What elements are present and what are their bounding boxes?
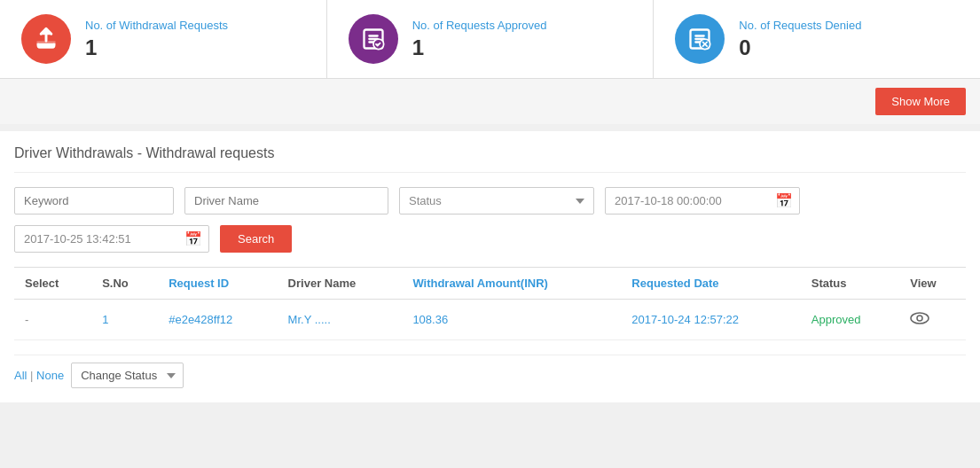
main-panel: Driver Withdrawals - Withdrawal requests…: [0, 131, 980, 402]
col-status: Status: [801, 268, 899, 300]
cell-driver-name: Mr.Y .....: [278, 300, 403, 340]
stat-withdrawal: No. of Withdrawal Requests 1: [0, 0, 327, 78]
all-none-links: All | None: [14, 369, 64, 382]
cell-request-id: #e2e428ff12: [158, 300, 277, 340]
all-link[interactable]: All: [14, 369, 27, 382]
cell-sno: 1: [91, 300, 158, 340]
withdrawal-icon: [21, 14, 71, 64]
date-from-input[interactable]: [605, 187, 800, 214]
date-to-input[interactable]: [14, 225, 209, 253]
bottom-bar: All | None Change Status Approved Denied: [14, 355, 966, 388]
show-more-bar: Show More: [0, 79, 980, 124]
panel-title: Driver Withdrawals - Withdrawal requests: [14, 145, 966, 173]
svg-point-14: [911, 313, 929, 324]
cell-view[interactable]: [899, 300, 966, 340]
cell-status: Approved: [801, 300, 899, 340]
stat-denied: No. of Requests Denied 0: [654, 0, 980, 78]
stat-denied-label: No. of Requests Denied: [739, 19, 861, 32]
stat-approved: No. of Requests Approved 1: [327, 0, 655, 78]
cell-select: -: [14, 300, 91, 340]
col-amount: Withdrawal Amount(INR): [402, 268, 621, 300]
stat-approved-value: 1: [412, 35, 547, 60]
col-driver-name: Driver Name: [278, 268, 403, 300]
none-link[interactable]: None: [36, 369, 64, 382]
stat-approved-label: No. of Requests Approved: [412, 19, 547, 32]
approved-icon: [349, 14, 398, 64]
view-icon[interactable]: [910, 310, 929, 328]
status-select[interactable]: Status Approved Denied Pending: [399, 187, 594, 214]
keyword-input[interactable]: [14, 187, 174, 214]
cell-amount: 108.36: [402, 300, 621, 340]
col-requested-date: Requested Date: [621, 268, 800, 300]
requests-table: Select S.No Request ID Driver Name Withd…: [14, 267, 966, 340]
col-select: Select: [14, 268, 91, 300]
filter-row-1: Status Approved Denied Pending 📅: [14, 187, 966, 214]
show-more-button[interactable]: Show More: [875, 88, 966, 115]
col-request-id: Request ID: [158, 268, 277, 300]
stat-denied-value: 0: [739, 35, 861, 60]
stat-approved-text: No. of Requests Approved 1: [412, 19, 547, 60]
denied-icon: [675, 14, 725, 64]
stat-withdrawal-text: No. of Withdrawal Requests 1: [85, 19, 228, 60]
stat-withdrawal-label: No. of Withdrawal Requests: [85, 19, 228, 32]
table-row: - 1 #e2e428ff12 Mr.Y ..... 108.36 2017-1…: [14, 300, 966, 340]
stat-denied-text: No. of Requests Denied 0: [739, 19, 861, 60]
date-from-wrapper: 📅: [605, 187, 800, 214]
search-button[interactable]: Search: [220, 225, 292, 253]
col-view: View: [899, 268, 966, 300]
stats-bar: No. of Withdrawal Requests 1 No. of Requ…: [0, 0, 980, 79]
svg-point-15: [917, 316, 922, 321]
svg-rect-1: [38, 45, 55, 49]
col-sno: S.No: [91, 268, 158, 300]
change-status-select[interactable]: Change Status Approved Denied: [71, 363, 184, 388]
cell-requested-date: 2017-10-24 12:57:22: [621, 300, 800, 340]
stat-withdrawal-value: 1: [85, 35, 228, 60]
driver-name-input[interactable]: [184, 187, 388, 214]
date-to-wrapper: 📅: [14, 225, 209, 253]
filter-row-2: 📅 Search: [14, 225, 966, 253]
